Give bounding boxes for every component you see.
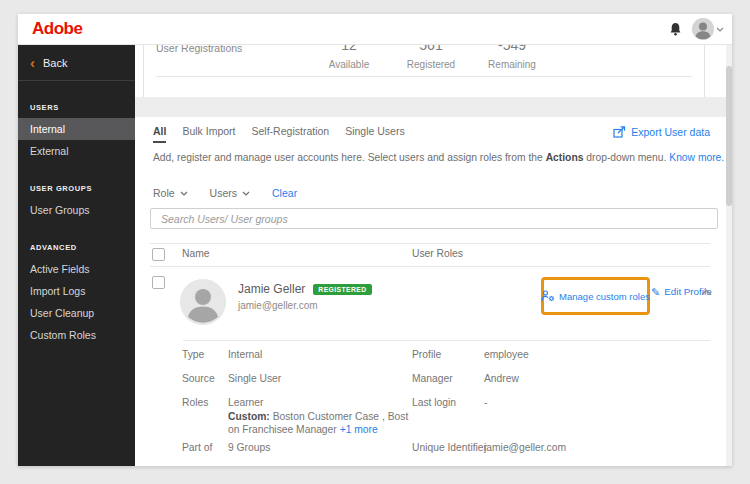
user-menu[interactable]	[692, 18, 724, 40]
detail-label-manager: Manager	[412, 373, 453, 384]
detail-label-type: Type	[182, 349, 204, 360]
status-badge: REGISTERED	[313, 284, 371, 295]
row-checkbox[interactable]	[152, 276, 165, 289]
detail-value-last-login: -	[484, 397, 487, 408]
sidebar-item-custom-roles[interactable]: Custom Roles	[18, 324, 135, 346]
column-header-user-roles: User Roles	[412, 248, 463, 259]
users-filter-label: Users	[210, 187, 237, 199]
detail-value-source: Single User	[228, 373, 281, 384]
section-gap	[135, 97, 726, 117]
collapse-row-button[interactable]	[701, 282, 712, 300]
detail-value-custom-roles: Custom: Boston Customer Case , Bost	[228, 411, 408, 422]
detail-label-roles: Roles	[182, 397, 208, 408]
scrollbar-thumb[interactable]	[726, 66, 732, 206]
detail-label-part-of: Part of	[182, 442, 212, 453]
tab-bar: All Bulk Import Self-Registration Single…	[153, 125, 405, 143]
detail-label-unique-identifier: Unique Identifier	[412, 442, 487, 453]
description-text: drop-down menu.	[583, 152, 669, 163]
top-bar: Adobe	[18, 14, 732, 45]
chevron-left-icon: ‹	[30, 58, 35, 68]
detail-label-profile: Profile	[412, 349, 441, 360]
export-user-data-button[interactable]: Export User data	[613, 126, 710, 138]
sidebar-item-active-fields[interactable]: Active Fields	[18, 258, 135, 280]
sidebar: ‹ Back USERS Internal External USER GROU…	[18, 44, 135, 466]
description-text: Add, register and manage user accounts h…	[153, 152, 546, 163]
user-avatar	[180, 279, 226, 325]
divider	[150, 266, 710, 267]
page-description: Add, register and manage user accounts h…	[153, 152, 724, 163]
content-area: User Registrations 12 Available 561 Regi…	[135, 44, 732, 466]
sidebar-item-import-logs[interactable]: Import Logs	[18, 280, 135, 302]
role-filter-label: Role	[153, 187, 175, 199]
pencil-icon: ✎	[651, 287, 660, 297]
stat-label: Available	[314, 59, 384, 70]
scrollbar-track[interactable]	[726, 44, 732, 466]
annotation-highlight-box: Manage custom roles	[541, 277, 650, 315]
divider	[183, 340, 710, 341]
chevron-up-icon	[701, 289, 712, 296]
detail-value-custom-roles-2: on Franchisee Manager +1 more	[228, 424, 378, 435]
stat-label: Registered	[396, 59, 466, 70]
bell-icon[interactable]	[669, 22, 682, 36]
avatar	[692, 18, 714, 40]
select-all-checkbox[interactable]	[152, 248, 165, 261]
card-title: User Registrations	[156, 44, 242, 54]
user-email: jamie@geller.com	[238, 300, 318, 311]
chevron-down-icon	[716, 27, 724, 32]
back-label: Back	[43, 57, 67, 69]
export-icon	[613, 126, 626, 138]
column-header-name: Name	[182, 248, 209, 259]
description-bold: Actions	[546, 152, 584, 163]
divider	[18, 80, 135, 81]
custom-roles-line1: Boston Customer Case , Bost	[270, 411, 409, 422]
role-filter-dropdown[interactable]: Role	[153, 187, 188, 199]
detail-value-type: Internal	[228, 349, 262, 360]
detail-value-profile: employee	[484, 349, 529, 360]
detail-label-source: Source	[182, 373, 215, 384]
topbar-actions	[669, 14, 724, 44]
user-gear-icon	[541, 290, 555, 302]
stat-remaining: -549 Remaining	[474, 44, 550, 70]
app-window: Adobe ‹ Back USERS Internal External USE…	[18, 14, 732, 466]
manage-custom-roles-button[interactable]: Manage custom roles	[541, 290, 650, 302]
tab-bulk-import[interactable]: Bulk Import	[182, 125, 235, 143]
adobe-logo[interactable]: Adobe	[32, 19, 82, 39]
user-name-row: Jamie Geller REGISTERED	[238, 282, 372, 296]
filter-bar: Role Users Clear	[153, 187, 297, 199]
divider	[156, 76, 692, 77]
chevron-down-icon	[242, 191, 250, 196]
detail-label-last-login: Last login	[412, 397, 456, 408]
tab-self-registration[interactable]: Self-Registration	[252, 125, 330, 143]
manage-custom-roles-label: Manage custom roles	[559, 291, 650, 302]
stat-value: 561	[396, 44, 466, 53]
sidebar-header-user-groups: USER GROUPS	[18, 184, 135, 193]
detail-value-unique-identifier: jamie@geller.com	[484, 442, 566, 453]
stat-value: -549	[474, 44, 550, 53]
clear-filters-link[interactable]: Clear	[272, 187, 297, 199]
user-registrations-card: User Registrations 12 Available 561 Regi…	[143, 44, 705, 98]
sidebar-item-external[interactable]: External	[18, 140, 135, 162]
tab-all[interactable]: All	[153, 125, 166, 143]
export-label: Export User data	[631, 126, 710, 138]
detail-value-manager: Andrew	[484, 373, 519, 384]
stat-value: 12	[314, 44, 384, 53]
custom-label: Custom:	[228, 411, 270, 422]
custom-roles-line2: on Franchisee Manager	[228, 424, 340, 435]
detail-value-part-of: 9 Groups	[228, 442, 270, 453]
sidebar-item-user-cleanup[interactable]: User Cleanup	[18, 302, 135, 324]
sidebar-header-users: USERS	[18, 103, 135, 112]
tab-single-users[interactable]: Single Users	[345, 125, 405, 143]
user-name: Jamie Geller	[238, 282, 305, 296]
sidebar-header-advanced: ADVANCED	[18, 243, 135, 252]
more-roles-link[interactable]: +1 more	[340, 424, 378, 435]
chevron-down-icon	[180, 191, 188, 196]
stat-label: Remaining	[474, 59, 550, 70]
search-input[interactable]	[150, 208, 718, 229]
know-more-link[interactable]: Know more.	[669, 152, 724, 163]
divider	[150, 243, 710, 244]
sidebar-item-user-groups[interactable]: User Groups	[18, 199, 135, 221]
back-button[interactable]: ‹ Back	[18, 44, 135, 80]
sidebar-item-internal[interactable]: Internal	[18, 118, 135, 140]
users-filter-dropdown[interactable]: Users	[210, 187, 250, 199]
stat-registered: 561 Registered	[396, 44, 466, 70]
